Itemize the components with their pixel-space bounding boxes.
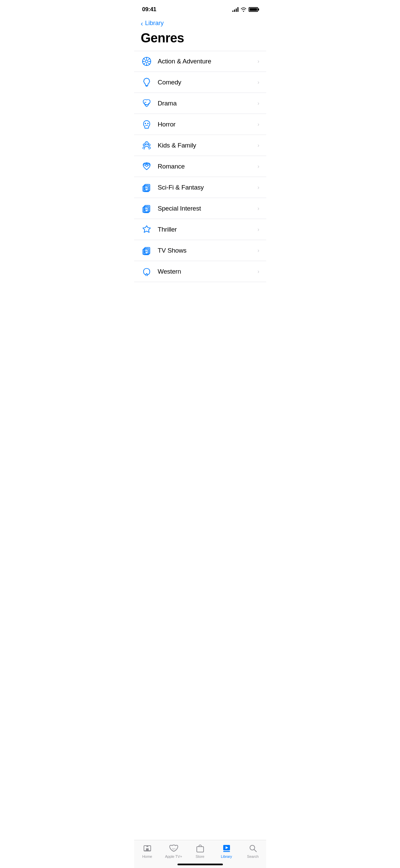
chevron-right-icon: ›	[257, 205, 259, 212]
genre-item-horror[interactable]: Horror ›	[134, 114, 266, 135]
genre-item-drama[interactable]: Drama ›	[134, 93, 266, 114]
genre-name: Special Interest	[158, 205, 255, 212]
svg-point-12	[145, 123, 146, 124]
back-chevron-icon: ‹	[141, 20, 143, 27]
genre-item-special[interactable]: Special Interest ›	[134, 198, 266, 219]
genre-item-kids[interactable]: Kids & Family ›	[134, 135, 266, 156]
special-icon	[141, 203, 152, 214]
svg-point-1	[145, 60, 148, 63]
genre-name: Comedy	[158, 79, 255, 86]
genre-name: Action & Adventure	[158, 58, 255, 65]
svg-point-18	[146, 162, 147, 164]
battery-icon	[249, 7, 258, 12]
svg-line-9	[144, 63, 145, 64]
svg-point-15	[146, 143, 147, 144]
horror-icon	[141, 119, 152, 130]
chevron-right-icon: ›	[257, 58, 259, 64]
genre-name: Romance	[158, 163, 255, 170]
back-button[interactable]: ‹ Library	[134, 17, 266, 28]
genre-name: Western	[158, 268, 255, 275]
genre-item-tvshows[interactable]: TV Shows ›	[134, 240, 266, 261]
signal-icon	[232, 7, 238, 12]
western-icon	[141, 266, 152, 277]
genre-name: Thriller	[158, 226, 255, 233]
genre-name: TV Shows	[158, 247, 255, 254]
comedy-icon	[141, 77, 152, 88]
genre-name: Horror	[158, 121, 255, 128]
svg-point-19	[148, 164, 149, 165]
chevron-right-icon: ›	[257, 121, 259, 127]
back-label: Library	[145, 20, 164, 27]
chevron-right-icon: ›	[257, 163, 259, 170]
genre-item-action[interactable]: Action & Adventure ›	[134, 51, 266, 72]
romance-icon	[141, 161, 152, 172]
chevron-right-icon: ›	[257, 142, 259, 149]
page-title: Genres	[134, 28, 266, 51]
tvshows-icon	[141, 245, 152, 256]
svg-point-13	[147, 123, 148, 124]
wifi-icon	[240, 7, 247, 12]
chevron-right-icon: ›	[257, 100, 259, 106]
svg-line-6	[144, 58, 145, 60]
genre-list: Action & Adventure › Comedy › Drama	[134, 51, 266, 282]
genre-name: Drama	[158, 100, 255, 107]
action-icon	[141, 56, 152, 67]
genre-item-scifi[interactable]: Sci-Fi & Fantasy ›	[134, 177, 266, 198]
thriller-icon	[141, 224, 152, 235]
svg-point-17	[148, 144, 150, 146]
status-time: 09:41	[142, 6, 156, 13]
svg-point-16	[143, 144, 145, 146]
genre-item-western[interactable]: Western ›	[134, 261, 266, 282]
genre-item-comedy[interactable]: Comedy ›	[134, 72, 266, 93]
chevron-right-icon: ›	[257, 269, 259, 275]
chevron-right-icon: ›	[257, 184, 259, 191]
drama-icon	[141, 98, 152, 109]
svg-point-20	[144, 164, 146, 165]
scifi-icon	[141, 182, 152, 193]
genre-item-thriller[interactable]: Thriller ›	[134, 219, 266, 240]
kids-icon	[141, 140, 152, 151]
status-bar: 09:41	[134, 0, 266, 17]
svg-line-8	[148, 58, 150, 60]
chevron-right-icon: ›	[257, 248, 259, 254]
status-icons	[232, 7, 258, 12]
svg-line-7	[148, 63, 150, 64]
genre-item-romance[interactable]: Romance ›	[134, 156, 266, 177]
genre-name: Kids & Family	[158, 142, 255, 149]
chevron-right-icon: ›	[257, 79, 259, 85]
genre-name: Sci-Fi & Fantasy	[158, 184, 255, 191]
svg-point-21	[146, 164, 148, 166]
chevron-right-icon: ›	[257, 226, 259, 233]
